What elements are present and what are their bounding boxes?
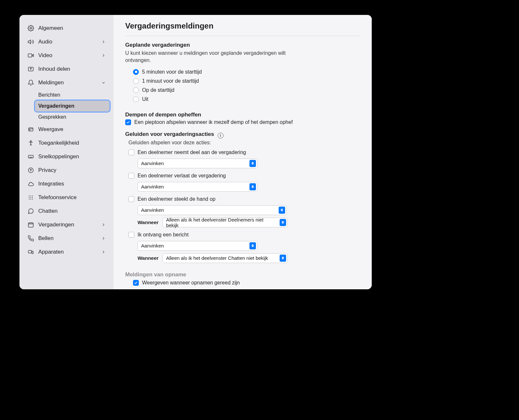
sidebar-subnav-meldingen: Berichten Vergaderingen Gesprekken (23, 90, 110, 123)
mute-checkbox-row[interactable]: Een pieptoon afspelen wanneer ik mezelf … (125, 119, 360, 125)
radio-icon (133, 69, 139, 75)
checkbox-label: Een deelnemer neemt deel aan de vergader… (138, 150, 246, 155)
svg-point-18 (30, 199, 31, 199)
chevron-right-icon (101, 40, 106, 44)
sidebar-item-label: Algemeen (38, 25, 63, 31)
chevron-right-icon (101, 236, 106, 241)
svg-point-15 (30, 197, 31, 198)
radio-option-at-start[interactable]: Op de starttijd (133, 86, 360, 95)
select-stepper-icon (280, 255, 286, 262)
sidebar-item-telefoonservice[interactable]: Telefoonservice (23, 191, 110, 204)
sound-leave-block: Een deelnemer verlaat de vergadering Aan… (128, 173, 360, 192)
radio-label: 5 minuten voor de starttijd (142, 69, 202, 75)
radio-option-off[interactable]: Uit (133, 95, 360, 104)
svg-point-11 (29, 196, 30, 196)
sidebar-sub-vergaderingen[interactable]: Vergaderingen (35, 101, 110, 112)
sidebar-item-label: Bellen (38, 235, 54, 242)
sound-leave-select[interactable]: Aanvinken (138, 182, 258, 192)
sound-msg-when-select[interactable]: Alleen als ik het deelvenster Chatten ni… (163, 253, 288, 263)
checkbox-icon (133, 280, 139, 286)
svg-rect-8 (29, 155, 33, 158)
svg-point-13 (32, 196, 33, 196)
sidebar-item-bellen[interactable]: Bellen (23, 232, 110, 245)
sound-raise-select[interactable]: Aanvinken (138, 205, 287, 215)
sidebar-item-label: Apparaten (38, 249, 64, 255)
select-stepper-icon (279, 207, 285, 214)
appearance-icon (27, 126, 34, 133)
sidebar-item-label: Weergave (38, 126, 63, 133)
radio-icon (133, 87, 139, 93)
svg-marker-1 (28, 40, 31, 44)
section-sounds-title: Geluiden voor vergaderingsacties i (125, 131, 360, 138)
radio-option-1min[interactable]: 1 minuut voor de starttijd (133, 77, 360, 86)
checkbox-icon (128, 173, 134, 179)
sound-join-checkbox-row[interactable]: Een deelnemer neemt deel aan de vergader… (128, 150, 360, 155)
select-value: Aanvinken (141, 184, 164, 189)
info-icon[interactable]: i (218, 133, 223, 138)
page-title: Vergaderingsmeldingen (125, 21, 360, 36)
sidebar-item-apparaten[interactable]: Apparaten (23, 245, 110, 259)
section-scheduled-desc: U kunt kiezen wanneer u meldingen voor g… (125, 50, 294, 64)
sidebar-item-weergave[interactable]: Weergave (23, 123, 110, 136)
svg-point-10 (30, 169, 31, 170)
checkbox-icon (125, 119, 131, 125)
sound-msg-checkbox-row[interactable]: Ik ontvang een bericht (128, 232, 360, 238)
sidebar-item-chatten[interactable]: Chatten (23, 204, 110, 218)
sound-leave-checkbox-row[interactable]: Een deelnemer verlaat de vergadering (128, 173, 360, 179)
sidebar-item-integraties[interactable]: Integraties (23, 177, 110, 191)
sidebar-item-privacy[interactable]: Privacy (23, 163, 110, 177)
video-icon (27, 52, 34, 59)
phone-icon (27, 235, 34, 242)
svg-rect-20 (29, 223, 33, 227)
bell-icon (27, 79, 34, 86)
radio-icon (133, 96, 139, 102)
svg-point-7 (30, 141, 31, 142)
sound-msg-when-row: Wanneer Alleen als ik het deelvenster Ch… (138, 253, 360, 263)
sidebar-item-label: Inhoud delen (38, 66, 70, 72)
cloud-icon (27, 180, 34, 187)
select-stepper-icon (249, 160, 256, 167)
chevron-down-icon (101, 80, 106, 85)
sidebar-sub-label: Berichten (38, 92, 60, 98)
sidebar-sub-label: Vergaderingen (38, 103, 74, 109)
select-value: Aanvinken (141, 207, 164, 213)
sound-raise-when-select[interactable]: Alleen als ik het deelvenster Deelnemers… (163, 218, 288, 227)
svg-marker-3 (32, 54, 33, 57)
sound-msg-select[interactable]: Aanvinken (138, 241, 258, 251)
sidebar-item-snelkoppelingen[interactable]: Snelkoppelingen (23, 150, 110, 163)
checkbox-icon (128, 150, 134, 155)
sidebar-item-label: Snelkoppelingen (38, 153, 79, 160)
sidebar-sub-gesprekken[interactable]: Gesprekken (35, 112, 110, 123)
select-value: Alleen als ik het deelvenster Deelnemers… (166, 217, 277, 228)
svg-rect-5 (29, 128, 33, 131)
sidebar-item-label: Chatten (38, 208, 58, 214)
sidebar-item-inhoud-delen[interactable]: Inhoud delen (23, 62, 110, 76)
calendar-icon (27, 221, 34, 228)
sidebar-item-label: Video (38, 52, 52, 59)
svg-rect-21 (29, 250, 32, 253)
sidebar: Algemeen Audio Video Inhoud delen (19, 15, 114, 289)
radio-label: Op de starttijd (142, 87, 175, 93)
speaker-icon (27, 38, 34, 45)
recording-checkbox-row[interactable]: Weergeven wanneer opnamen gereed zijn (133, 280, 360, 286)
svg-point-6 (30, 130, 30, 130)
sound-join-block: Een deelnemer neemt deel aan de vergader… (128, 150, 360, 168)
sound-raise-when-row: Wanneer Alleen als ik het deelvenster De… (138, 218, 360, 227)
sidebar-item-toegankelijkheid[interactable]: Toegankelijkheid (23, 136, 110, 150)
select-stepper-icon (249, 183, 256, 190)
sidebar-item-video[interactable]: Video (23, 49, 110, 62)
sidebar-sub-berichten[interactable]: Berichten (35, 90, 110, 101)
sound-raise-checkbox-row[interactable]: Een deelnemer steekt de hand op (128, 196, 360, 202)
svg-rect-22 (32, 251, 33, 254)
sidebar-sub-label: Gesprekken (38, 114, 66, 120)
sidebar-item-algemeen[interactable]: Algemeen (23, 21, 110, 35)
radio-label: 1 minuut voor de starttijd (142, 78, 199, 84)
sound-join-select[interactable]: Aanvinken (138, 159, 258, 168)
sound-msg-block: Ik ontvang een bericht Aanvinken Wanneer… (128, 232, 360, 263)
sidebar-item-audio[interactable]: Audio (23, 35, 110, 49)
sidebar-item-vergaderingen[interactable]: Vergaderingen (23, 218, 110, 232)
settings-window: Algemeen Audio Video Inhoud delen (19, 15, 372, 289)
radio-option-5min[interactable]: 5 minuten voor de starttijd (133, 67, 360, 77)
sidebar-item-meldingen[interactable]: Meldingen (23, 76, 110, 90)
select-stepper-icon (280, 219, 286, 226)
